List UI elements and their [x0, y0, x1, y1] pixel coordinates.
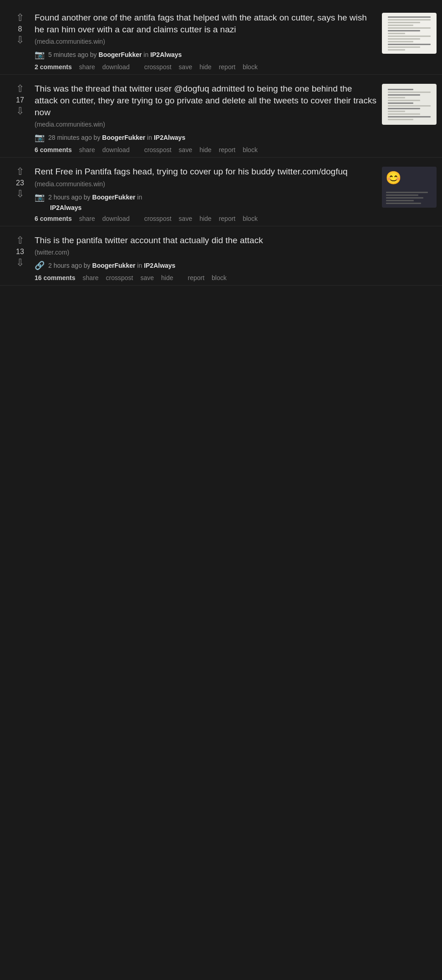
community-name[interactable]: IP2Always	[50, 204, 81, 211]
share-button[interactable]: share	[79, 63, 95, 71]
vote-count: 17	[16, 96, 24, 104]
share-button[interactable]: share	[82, 274, 98, 281]
vote-column: ⇧ 17 ⇩	[5, 83, 35, 116]
vote-count: 13	[16, 247, 24, 256]
post-content: This is the pantifa twitter account that…	[35, 235, 437, 282]
post-title[interactable]: This is the pantifa twitter account that…	[35, 235, 437, 246]
post-meta-community: IP2Always	[35, 204, 377, 211]
download-button[interactable]: download	[102, 146, 130, 153]
post-actions: 6 comments share download crosspost save…	[35, 146, 377, 153]
post-content: Rent Free in Pantifa fags head, trying t…	[35, 166, 382, 222]
block-button[interactable]: block	[243, 146, 258, 153]
hide-button[interactable]: hide	[199, 215, 211, 222]
vote-count: 8	[18, 25, 22, 33]
thumbnail-emoji: 😊	[386, 170, 401, 185]
report-button[interactable]: report	[219, 215, 236, 222]
save-button[interactable]: save	[179, 63, 193, 71]
post-meta: 📷 5 minutes ago by BoogerFukker in IP2Al…	[35, 50, 377, 60]
in-label: in	[137, 262, 142, 269]
upvote-button[interactable]: ⇧	[16, 13, 24, 23]
post-meta-text: 28 minutes ago by BoogerFukker in IP2Alw…	[48, 134, 185, 141]
comments-link[interactable]: 6 comments	[35, 146, 72, 153]
share-button[interactable]: share	[79, 215, 95, 222]
hide-button[interactable]: hide	[161, 274, 173, 281]
post-thumbnail[interactable]	[382, 13, 437, 54]
crosspost-button[interactable]: crosspost	[144, 63, 172, 71]
post-item: ⇧ 13 ⇩ This is the pantifa twitter accou…	[0, 226, 442, 286]
time-ago: 2 hours ago by	[48, 194, 91, 201]
post-meta-text: 5 minutes ago by BoogerFukker in IP2Alwa…	[48, 51, 182, 58]
in-label: in	[143, 51, 148, 58]
post-item: ⇧ 23 ⇩ Rent Free in Pantifa fags head, t…	[0, 158, 442, 226]
community-name[interactable]: IP2Always	[150, 51, 182, 58]
upvote-button[interactable]: ⇧	[16, 167, 24, 177]
crosspost-button[interactable]: crosspost	[144, 146, 172, 153]
report-button[interactable]: report	[219, 63, 236, 71]
crosspost-button[interactable]: crosspost	[106, 274, 133, 281]
post-actions: 2 comments share download crosspost save…	[35, 63, 377, 71]
save-button[interactable]: save	[179, 146, 193, 153]
post-domain[interactable]: (media.communities.win)	[35, 180, 377, 188]
vote-count: 23	[16, 179, 24, 187]
post-title[interactable]: This was the thread that twitter user @d…	[35, 83, 377, 118]
post-meta: 📷 2 hours ago by BoogerFukker in	[35, 192, 377, 202]
in-label: in	[137, 194, 142, 201]
post-meta-text: 2 hours ago by BoogerFukker in	[48, 194, 142, 201]
downvote-button[interactable]: ⇩	[16, 106, 24, 116]
report-button[interactable]: report	[188, 274, 204, 281]
post-title[interactable]: Rent Free in Pantifa fags head, trying t…	[35, 166, 377, 178]
link-icon: 🔗	[35, 260, 45, 271]
community-name[interactable]: IP2Always	[154, 134, 185, 141]
post-title[interactable]: Found another one of the antifa fags tha…	[35, 12, 377, 35]
post-thumbnail[interactable]	[382, 84, 437, 125]
share-button[interactable]: share	[79, 146, 95, 153]
comments-link[interactable]: 6 comments	[35, 215, 72, 222]
post-thumbnail[interactable]: 😊	[382, 167, 437, 208]
hide-button[interactable]: hide	[199, 63, 211, 71]
time-ago: 28 minutes ago by	[48, 134, 100, 141]
download-button[interactable]: download	[102, 215, 130, 222]
post-item: ⇧ 8 ⇩ Found another one of the antifa fa…	[0, 4, 442, 75]
save-button[interactable]: save	[179, 215, 193, 222]
author-name[interactable]: BoogerFukker	[102, 134, 145, 141]
vote-column: ⇧ 8 ⇩	[5, 12, 35, 45]
vote-column: ⇧ 13 ⇩	[5, 235, 35, 268]
post-domain[interactable]: (twitter.com)	[35, 249, 437, 256]
community-name[interactable]: IP2Always	[144, 262, 175, 269]
save-button[interactable]: save	[140, 274, 154, 281]
camera-icon: 📷	[35, 133, 45, 143]
camera-icon: 📷	[35, 192, 45, 202]
post-actions: 16 comments share crosspost save hide re…	[35, 274, 437, 281]
author-name[interactable]: BoogerFukker	[92, 262, 136, 269]
crosspost-button[interactable]: crosspost	[144, 215, 172, 222]
post-meta: 🔗 2 hours ago by BoogerFukker in IP2Alwa…	[35, 260, 437, 271]
block-button[interactable]: block	[212, 274, 227, 281]
post-meta-text: 2 hours ago by BoogerFukker in IP2Always	[48, 262, 175, 269]
post-meta: 📷 28 minutes ago by BoogerFukker in IP2A…	[35, 133, 377, 143]
author-name[interactable]: BoogerFukker	[99, 51, 142, 58]
post-domain[interactable]: (media.communities.win)	[35, 38, 377, 45]
time-ago: 2 hours ago by	[48, 262, 91, 269]
author-name[interactable]: BoogerFukker	[92, 194, 136, 201]
upvote-button[interactable]: ⇧	[16, 84, 24, 94]
post-actions: 6 comments share download crosspost save…	[35, 215, 377, 222]
download-button[interactable]: download	[102, 63, 130, 71]
downvote-button[interactable]: ⇩	[16, 258, 24, 268]
in-label: in	[147, 134, 152, 141]
block-button[interactable]: block	[243, 63, 258, 71]
camera-icon: 📷	[35, 50, 45, 60]
post-domain[interactable]: (media.communities.win)	[35, 121, 377, 128]
downvote-button[interactable]: ⇩	[16, 35, 24, 45]
hide-button[interactable]: hide	[199, 146, 211, 153]
vote-column: ⇧ 23 ⇩	[5, 166, 35, 199]
post-feed: ⇧ 8 ⇩ Found another one of the antifa fa…	[0, 0, 442, 289]
time-ago: 5 minutes ago by	[48, 51, 97, 58]
post-item: ⇧ 17 ⇩ This was the thread that twitter …	[0, 75, 442, 158]
report-button[interactable]: report	[219, 146, 236, 153]
block-button[interactable]: block	[243, 215, 258, 222]
downvote-button[interactable]: ⇩	[16, 189, 24, 199]
post-content: Found another one of the antifa fags tha…	[35, 12, 382, 71]
comments-link[interactable]: 16 comments	[35, 274, 75, 281]
upvote-button[interactable]: ⇧	[16, 235, 24, 245]
comments-link[interactable]: 2 comments	[35, 63, 72, 71]
